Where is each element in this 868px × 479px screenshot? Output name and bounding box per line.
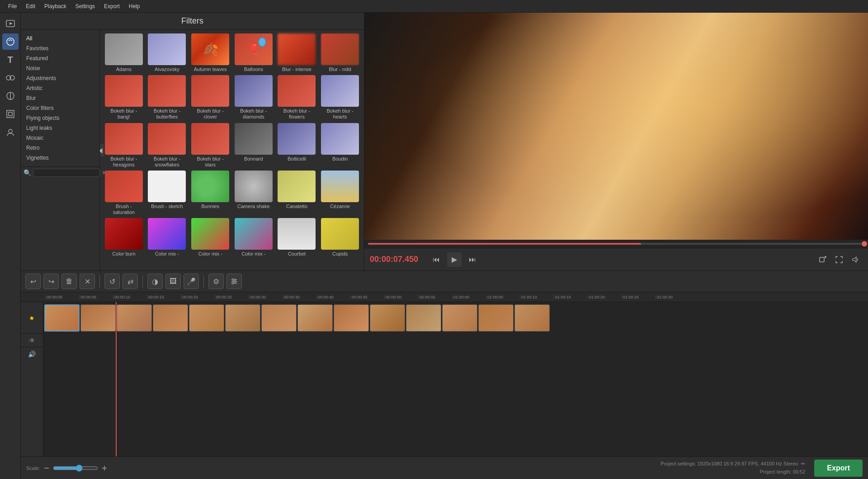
filter-bokeh-hexagons[interactable]: Bokeh blur - hexagons (104, 123, 144, 168)
filter-color-burn[interactable]: Color burn (104, 218, 144, 257)
collapse-panel-btn[interactable]: ◀ (100, 144, 104, 157)
filter-color-mix-2[interactable]: Color mix - (190, 218, 231, 257)
filter-bokeh-stars[interactable]: Bokeh blur - stars (190, 123, 231, 168)
settings-btn[interactable]: ⚙ (208, 274, 224, 289)
filter-bokeh-clover[interactable]: Bokeh blur - clover (190, 75, 231, 120)
category-light-leaks[interactable]: Light leaks (21, 123, 99, 133)
filter-balloons[interactable]: 🎈 Balloons (233, 33, 274, 72)
ruler-mark: 00:00:10 (113, 295, 147, 299)
clip-thumb[interactable] (334, 304, 369, 332)
clip-thumb[interactable] (406, 304, 441, 332)
filter-bonnard[interactable]: Bonnard (233, 123, 274, 168)
category-flying-objects[interactable]: Flying objects (21, 113, 99, 123)
filter-camera-shake[interactable]: Camera shake (233, 171, 274, 215)
category-favorites[interactable]: Favorites (21, 43, 99, 53)
audio-btn[interactable]: 🎤 (184, 274, 199, 289)
clip-thumb[interactable] (225, 304, 260, 332)
clip-thumb[interactable] (44, 304, 80, 332)
delete-btn[interactable]: 🗑 (61, 274, 77, 289)
menu-edit[interactable]: Edit (21, 0, 40, 13)
filter-adams[interactable]: Adams (104, 33, 144, 72)
menu-settings[interactable]: Settings (71, 0, 99, 13)
redo-btn[interactable]: ↪ (43, 274, 59, 289)
transitions-btn[interactable] (2, 70, 19, 86)
titles-btn[interactable]: T (2, 52, 19, 68)
menu-help[interactable]: Help (124, 0, 145, 13)
export-button[interactable]: Export (814, 460, 863, 477)
clip-thumb[interactable] (117, 304, 152, 332)
volume-btn[interactable] (848, 252, 863, 267)
category-blur[interactable]: Blur (21, 93, 99, 103)
scale-slider[interactable] (53, 465, 98, 472)
scale-plus-icon[interactable] (101, 465, 108, 472)
remove-btn[interactable]: ✕ (80, 274, 95, 289)
category-artistic[interactable]: Artistic (21, 83, 99, 93)
filter-brush-sketch[interactable]: Brush - sketch (147, 171, 188, 215)
track-eye-icon[interactable]: 👁 (28, 336, 37, 345)
category-noise[interactable]: Noise (21, 63, 99, 73)
filter-bokeh-bang[interactable]: Bokeh blur - bang! (104, 75, 144, 120)
filter-canaletto[interactable]: Canaletto (277, 171, 317, 215)
filter-bokeh-diamonds[interactable]: Bokeh blur - diamonds (233, 75, 274, 120)
color-correction-btn[interactable]: ◑ (147, 274, 163, 289)
filters-btn[interactable] (2, 33, 19, 50)
category-mosaic[interactable]: Mosaic (21, 133, 99, 143)
adjust-btn[interactable] (226, 274, 242, 289)
scale-minus-icon[interactable] (43, 465, 50, 472)
rotate-btn[interactable]: ↺ (104, 274, 120, 289)
menu-playback[interactable]: Playback (40, 0, 71, 13)
clip-thumb[interactable] (442, 304, 477, 332)
stickers-btn[interactable] (2, 124, 19, 140)
timeline-right[interactable] (43, 302, 868, 456)
filter-bokeh-flowers[interactable]: Bokeh blur - flowers (277, 75, 317, 120)
scrubber-track[interactable] (368, 243, 864, 245)
category-adjustments[interactable]: Adjustments (21, 73, 99, 83)
track-audio-icon[interactable]: 🔊 (28, 350, 37, 359)
rewind-to-start-btn[interactable]: ⏮ (429, 252, 443, 267)
category-retro[interactable]: Retro (21, 143, 99, 153)
filter-brush-saturation[interactable]: Brush - saturation (104, 171, 144, 215)
clip-thumb[interactable] (153, 304, 188, 332)
filter-color-mix-3[interactable]: Color mix - (233, 218, 274, 257)
menu-file[interactable]: File (4, 0, 21, 13)
filter-courbet[interactable]: Courbet (277, 218, 317, 257)
filter-bokeh-hearts[interactable]: Bokeh blur - hearts (320, 75, 360, 120)
import-media-btn[interactable] (2, 15, 19, 32)
category-featured[interactable]: Featured (21, 53, 99, 63)
flip-btn[interactable]: ⇄ (123, 274, 138, 289)
scrubber-handle[interactable] (862, 241, 867, 247)
filter-cezanne[interactable]: Cézanne (320, 171, 360, 215)
menu-export[interactable]: Export (99, 0, 124, 13)
filter-blur-intense[interactable]: Blur - intense (277, 33, 317, 72)
category-color-filters[interactable]: Color filters (21, 103, 99, 113)
filter-autumn-leaves[interactable]: 🍂 Autumn leaves (190, 33, 231, 72)
filter-bokeh-butterflies[interactable]: Bokeh blur - butterflies (147, 75, 188, 120)
clip-thumb[interactable] (370, 304, 405, 332)
clip-thumb[interactable] (261, 304, 297, 332)
filter-blur-mild[interactable]: Blur - mild (320, 33, 360, 72)
fullscreen-btn[interactable] (832, 252, 846, 267)
clip-thumb[interactable] (189, 304, 224, 332)
clip-thumb[interactable] (514, 304, 550, 332)
clip-thumb[interactable] (478, 304, 514, 332)
category-search-input[interactable] (33, 169, 100, 177)
image-btn[interactable]: 🖼 (165, 274, 181, 289)
project-settings-edit-icon[interactable]: ✏ (801, 461, 805, 466)
forward-to-end-btn[interactable]: ⏭ (465, 252, 480, 267)
filter-aivazovsky[interactable]: Aivazovsky (147, 33, 188, 72)
clip-thumb[interactable] (80, 304, 116, 332)
filter-color-mix-1[interactable]: Color mix - (147, 218, 188, 257)
fullscreen-window-btn[interactable] (816, 252, 830, 267)
filter-cupids[interactable]: Cupids (320, 218, 360, 257)
filter-bunnies[interactable]: Bunnies (190, 171, 231, 215)
filter-bokeh-snowflakes[interactable]: Bokeh blur - snowflakes (147, 123, 188, 168)
play-btn[interactable]: ▶ (447, 252, 462, 267)
undo-btn[interactable]: ↩ (25, 274, 41, 289)
clip-thumb[interactable] (297, 304, 333, 332)
overlay-btn[interactable] (2, 106, 19, 122)
filter-boudin[interactable]: Boudin (320, 123, 360, 168)
filter-botticelli[interactable]: Botticelli (277, 123, 317, 168)
color-btn[interactable] (2, 88, 19, 104)
category-all[interactable]: All (21, 33, 99, 43)
category-vignettes[interactable]: Vignettes (21, 153, 99, 163)
